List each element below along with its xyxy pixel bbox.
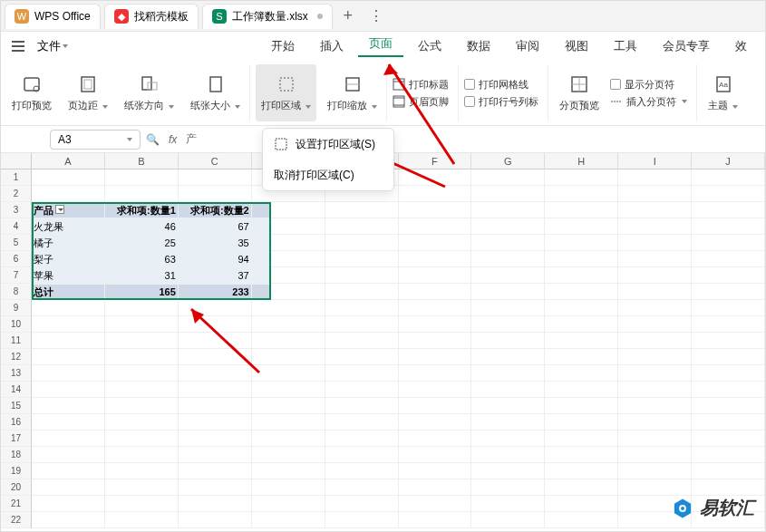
row-header[interactable]: 14 <box>1 382 32 398</box>
row-header[interactable]: 1 <box>1 169 32 186</box>
show-break-check[interactable]: 显示分页符 <box>610 78 687 92</box>
cell[interactable] <box>105 414 179 430</box>
cell[interactable] <box>32 365 105 382</box>
cell[interactable] <box>692 284 765 300</box>
row-header[interactable]: 13 <box>1 365 32 382</box>
tab-home[interactable]: W WPS Office <box>5 4 101 29</box>
cancel-print-area-item[interactable]: 取消打印区域(C) <box>263 160 393 190</box>
print-titles-button[interactable]: 打印标题 <box>393 78 449 92</box>
cell[interactable] <box>325 218 399 235</box>
cell[interactable] <box>32 479 105 496</box>
cell[interactable]: 求和项:数量2 <box>179 202 252 218</box>
cell[interactable] <box>179 512 252 528</box>
col-header[interactable]: C <box>179 153 252 169</box>
cell[interactable] <box>399 202 472 218</box>
cell[interactable] <box>692 235 765 251</box>
cell[interactable]: 46 <box>105 218 179 235</box>
cell[interactable]: 35 <box>179 235 252 251</box>
cell[interactable] <box>32 447 105 463</box>
cell[interactable] <box>105 316 179 333</box>
cell[interactable] <box>179 382 252 398</box>
cell[interactable] <box>105 300 179 316</box>
cell[interactable] <box>325 349 399 365</box>
cell[interactable] <box>325 300 399 316</box>
cell[interactable] <box>692 251 765 267</box>
menu-review[interactable]: 审阅 <box>505 38 550 54</box>
cells[interactable]: 产品求和项:数量1求和项:数量2火龙果4667橘子2535梨子6394苹果313… <box>32 169 765 528</box>
menu-data[interactable]: 数据 <box>456 38 501 54</box>
cell[interactable] <box>252 512 325 528</box>
cell[interactable] <box>545 447 618 463</box>
cell[interactable] <box>252 463 325 479</box>
cell[interactable] <box>32 349 105 365</box>
cell[interactable] <box>692 218 765 235</box>
cell[interactable] <box>179 463 252 479</box>
cell[interactable] <box>399 430 472 447</box>
col-header[interactable]: B <box>105 153 179 169</box>
cell[interactable]: 94 <box>179 251 252 267</box>
cell[interactable] <box>399 169 472 186</box>
cell[interactable] <box>32 300 105 316</box>
cell[interactable] <box>325 365 399 382</box>
col-header[interactable]: H <box>545 153 618 169</box>
cell[interactable] <box>399 218 472 235</box>
cell[interactable] <box>252 300 325 316</box>
cell[interactable]: 火龙果 <box>32 218 105 235</box>
menu-tools[interactable]: 工具 <box>603 38 648 54</box>
cell[interactable] <box>545 398 618 414</box>
cell[interactable] <box>32 496 105 512</box>
row-header[interactable]: 12 <box>1 349 32 365</box>
cell[interactable] <box>32 414 105 430</box>
margins-button[interactable]: 页边距 <box>63 64 113 121</box>
cell[interactable] <box>618 398 692 414</box>
menu-view[interactable]: 视图 <box>554 38 599 54</box>
col-header[interactable]: F <box>399 153 472 169</box>
cell[interactable] <box>471 300 545 316</box>
cell[interactable] <box>471 512 545 528</box>
cell[interactable]: 31 <box>105 267 179 284</box>
cell[interactable] <box>692 479 765 496</box>
cell[interactable] <box>692 463 765 479</box>
orientation-button[interactable]: 纸张方向 <box>119 64 179 121</box>
menu-member[interactable]: 会员专享 <box>652 38 721 54</box>
col-header[interactable]: J <box>692 153 765 169</box>
menu-page[interactable]: 页面 <box>358 35 403 57</box>
cell[interactable] <box>545 300 618 316</box>
cell[interactable] <box>471 463 545 479</box>
cell[interactable] <box>618 251 692 267</box>
row-header[interactable]: 9 <box>1 300 32 316</box>
row-headers[interactable]: 12345678910111213141516171819202122 <box>1 169 32 528</box>
row-header[interactable]: 22 <box>1 512 32 528</box>
cell[interactable] <box>618 300 692 316</box>
cell[interactable] <box>179 414 252 430</box>
cell[interactable] <box>618 447 692 463</box>
menu-eff[interactable]: 效 <box>724 38 758 54</box>
cell[interactable] <box>179 349 252 365</box>
cell[interactable] <box>471 398 545 414</box>
cell[interactable] <box>471 235 545 251</box>
cell[interactable] <box>618 186 692 202</box>
cell[interactable] <box>325 463 399 479</box>
cell[interactable] <box>105 463 179 479</box>
row-header[interactable]: 17 <box>1 430 32 447</box>
cell[interactable]: 233 <box>179 284 252 300</box>
cell[interactable] <box>179 169 252 186</box>
cell[interactable] <box>105 169 179 186</box>
cell[interactable] <box>471 251 545 267</box>
row-header[interactable]: 8 <box>1 284 32 300</box>
cell[interactable] <box>618 349 692 365</box>
cell[interactable] <box>252 447 325 463</box>
row-header[interactable]: 5 <box>1 235 32 251</box>
cell[interactable] <box>545 235 618 251</box>
cell[interactable] <box>179 316 252 333</box>
cell[interactable] <box>545 382 618 398</box>
cell[interactable] <box>179 300 252 316</box>
cell[interactable] <box>32 430 105 447</box>
select-all-corner[interactable] <box>1 153 32 169</box>
cell[interactable] <box>692 447 765 463</box>
cell[interactable] <box>545 333 618 349</box>
formula-input[interactable]: 产 <box>186 131 197 147</box>
cell[interactable] <box>105 186 179 202</box>
cell[interactable] <box>105 447 179 463</box>
cell[interactable]: 67 <box>179 218 252 235</box>
